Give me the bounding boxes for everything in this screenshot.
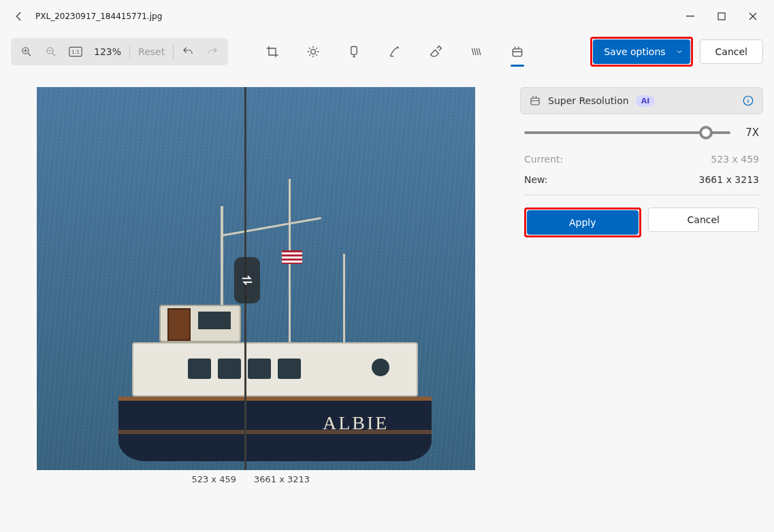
ai-badge: AI xyxy=(636,95,656,107)
right-dimensions: 3661 x 3213 xyxy=(244,474,310,484)
svg-rect-0 xyxy=(686,16,694,16)
crop-icon[interactable] xyxy=(261,41,283,63)
new-label: New: xyxy=(524,174,548,185)
comparison-handle[interactable] xyxy=(234,257,260,303)
back-button[interactable] xyxy=(5,3,33,30)
scale-value: 7X xyxy=(740,127,759,139)
divider xyxy=(129,44,130,59)
save-options-label: Save options xyxy=(604,46,665,57)
svg-text:1:1: 1:1 xyxy=(71,49,80,55)
blur-icon[interactable] xyxy=(466,41,487,63)
panel-title: Super Resolution xyxy=(548,95,629,106)
super-resolution-panel-icon xyxy=(529,95,541,107)
annotation-highlight: Save options xyxy=(590,37,692,67)
current-value: 523 x 459 xyxy=(711,154,759,165)
save-options-button[interactable]: Save options xyxy=(593,39,690,64)
panel-body: 7X Current: 523 x 459 New: 3661 x 3213 A… xyxy=(520,114,763,237)
maximize-button[interactable] xyxy=(706,5,737,27)
dimension-row: 523 x 459 3661 x 3213 xyxy=(37,474,501,484)
redo-icon[interactable] xyxy=(201,40,224,63)
panel-cancel-button[interactable]: Cancel xyxy=(648,207,760,232)
info-icon[interactable] xyxy=(742,95,754,107)
image-subject: ALBIE xyxy=(118,298,432,461)
zoom-in-icon[interactable] xyxy=(15,40,38,63)
svg-rect-8 xyxy=(513,49,522,56)
panel-buttons: Apply Cancel xyxy=(524,207,759,237)
svg-rect-9 xyxy=(531,98,539,105)
file-name: PXL_20230917_184415771.jpg xyxy=(35,12,162,21)
image-canvas[interactable]: ALBIE xyxy=(37,87,475,470)
content: ALBIE 523 x 459 3661 x 3213 Super Resolu… xyxy=(0,71,774,532)
filter-icon[interactable] xyxy=(343,41,365,63)
svg-point-6 xyxy=(311,50,316,54)
minimize-button[interactable] xyxy=(675,5,706,27)
zoom-value: 123% xyxy=(88,46,127,57)
scale-slider[interactable] xyxy=(524,131,730,134)
new-dimensions-row: New: 3661 x 3213 xyxy=(524,174,759,185)
annotation-highlight: Apply xyxy=(524,207,641,237)
adjust-icon[interactable] xyxy=(302,41,324,63)
fit-icon[interactable]: 1:1 xyxy=(64,40,87,63)
title-bar: PXL_20230917_184415771.jpg xyxy=(0,0,774,33)
erase-icon[interactable] xyxy=(425,41,447,63)
svg-rect-1 xyxy=(718,13,725,20)
left-dimensions: 523 x 459 xyxy=(37,474,244,484)
panel-cancel-label: Cancel xyxy=(688,214,720,225)
edit-tools xyxy=(261,41,528,63)
current-dimensions-row: Current: 523 x 459 xyxy=(524,154,759,165)
panel-header: Super Resolution AI xyxy=(520,87,763,114)
window-controls xyxy=(675,5,769,27)
super-resolution-icon[interactable] xyxy=(506,41,528,63)
boat-name-text: ALBIE xyxy=(323,412,389,434)
zoom-group: 1:1 123% Reset xyxy=(11,38,228,65)
cancel-label: Cancel xyxy=(715,46,747,57)
reset-button[interactable]: Reset xyxy=(133,46,170,57)
new-value: 3661 x 3213 xyxy=(699,174,759,185)
toolbar: 1:1 123% Reset xyxy=(0,33,774,71)
slider-thumb[interactable] xyxy=(699,126,713,139)
divider xyxy=(173,44,174,59)
canvas-column: ALBIE 523 x 459 3661 x 3213 xyxy=(25,87,501,532)
zoom-out-icon[interactable] xyxy=(39,40,63,63)
svg-rect-7 xyxy=(351,47,357,55)
cancel-button[interactable]: Cancel xyxy=(700,39,763,64)
right-actions: Save options Cancel xyxy=(590,37,763,67)
close-button[interactable] xyxy=(737,5,769,27)
apply-button[interactable]: Apply xyxy=(527,210,639,235)
markup-icon[interactable] xyxy=(384,41,406,63)
scale-slider-row: 7X xyxy=(524,127,759,139)
divider xyxy=(524,195,759,195)
apply-label: Apply xyxy=(569,217,596,228)
side-panel: Super Resolution AI 7X Current: 523 x 45… xyxy=(520,87,763,532)
undo-icon[interactable] xyxy=(176,40,199,63)
current-label: Current: xyxy=(524,154,563,165)
chevron-down-icon xyxy=(675,48,683,56)
